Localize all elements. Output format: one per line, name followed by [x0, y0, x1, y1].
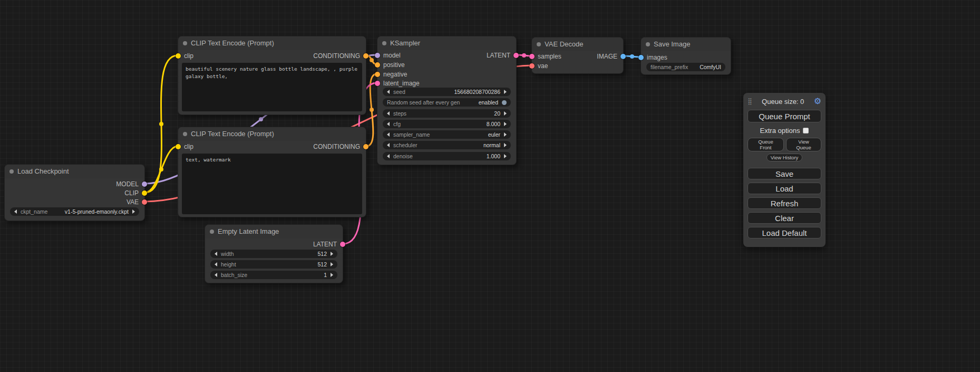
node-title-bar[interactable]: VAE Decode: [532, 37, 623, 51]
node-title-bar[interactable]: Save Image: [641, 37, 731, 51]
height-widget[interactable]: height 512: [210, 260, 337, 269]
collapse-toggle-icon[interactable]: [646, 42, 650, 46]
prev-value-icon[interactable]: [14, 209, 17, 214]
input-port-latent-image[interactable]: latent_image: [375, 80, 420, 87]
steps-widget[interactable]: steps 20: [383, 109, 511, 118]
input-port-samples[interactable]: samples: [529, 53, 561, 60]
drag-handle-icon[interactable]: ⣿: [748, 98, 752, 104]
output-port-model[interactable]: MODEL: [116, 180, 147, 188]
next-value-icon[interactable]: [132, 209, 135, 214]
output-port-clip[interactable]: CLIP: [124, 189, 147, 197]
vae-slot-icon[interactable]: [529, 63, 535, 69]
model-slot-icon[interactable]: [142, 182, 147, 187]
increment-icon[interactable]: [331, 262, 333, 266]
collapse-toggle-icon[interactable]: [9, 169, 14, 174]
conditioning-slot-icon[interactable]: [375, 62, 380, 68]
collapse-toggle-icon[interactable]: [382, 41, 386, 45]
input-port-negative[interactable]: negative: [375, 71, 407, 78]
queue-front-button[interactable]: Queue Front: [748, 138, 784, 151]
latent-slot-icon[interactable]: [513, 53, 519, 58]
increment-icon[interactable]: [331, 273, 333, 277]
batch-size-widget[interactable]: batch_size 1: [210, 271, 337, 279]
input-port-clip[interactable]: clip: [176, 52, 193, 60]
node-title-bar[interactable]: KSampler: [377, 36, 516, 50]
node-clip-text-encode-positive[interactable]: CLIP Text Encode (Prompt) clip CONDITION…: [178, 36, 366, 115]
output-port-conditioning[interactable]: CONDITIONING: [313, 52, 368, 60]
toggle-on-icon[interactable]: [502, 100, 507, 105]
input-port-positive[interactable]: positive: [375, 61, 405, 69]
conditioning-slot-icon[interactable]: [363, 53, 368, 59]
increment-icon[interactable]: [331, 252, 333, 256]
prev-value-icon[interactable]: [387, 143, 390, 147]
conditioning-slot-icon[interactable]: [363, 144, 368, 149]
clip-slot-icon[interactable]: [176, 144, 181, 149]
view-history-button[interactable]: View History: [766, 154, 803, 161]
decrement-icon[interactable]: [387, 111, 390, 116]
decrement-icon[interactable]: [387, 90, 390, 94]
increment-icon[interactable]: [504, 154, 507, 158]
model-slot-icon[interactable]: [375, 53, 380, 58]
collapse-toggle-icon[interactable]: [183, 41, 187, 45]
comfy-menu[interactable]: ⣿ Queue size: 0 ⚙ Queue Prompt Extra opt…: [743, 93, 826, 247]
increment-icon[interactable]: [504, 90, 507, 94]
clip-slot-icon[interactable]: [142, 190, 147, 196]
refresh-button[interactable]: Refresh: [748, 197, 821, 209]
extra-options-checkbox[interactable]: [803, 128, 809, 133]
node-ksampler[interactable]: KSampler model positive negative latent_…: [377, 36, 517, 165]
image-slot-icon[interactable]: [638, 55, 644, 60]
denoise-widget[interactable]: denoise 1.000: [383, 152, 511, 160]
latent-slot-icon[interactable]: [529, 54, 535, 59]
next-value-icon[interactable]: [504, 143, 507, 147]
queue-prompt-button[interactable]: Queue Prompt: [748, 110, 821, 122]
cfg-widget[interactable]: cfg 8.000: [383, 120, 511, 128]
settings-gear-icon[interactable]: ⚙: [814, 97, 821, 106]
node-empty-latent-image[interactable]: Empty Latent Image LATENT width 512 heig…: [205, 224, 343, 283]
clear-button[interactable]: Clear: [748, 212, 821, 224]
increment-icon[interactable]: [504, 122, 507, 126]
output-port-conditioning[interactable]: CONDITIONING: [313, 143, 368, 150]
node-title-bar[interactable]: Empty Latent Image: [205, 225, 343, 239]
output-port-vae[interactable]: VAE: [127, 198, 147, 206]
vae-slot-icon[interactable]: [142, 199, 147, 205]
input-port-vae[interactable]: vae: [529, 62, 548, 70]
collapse-toggle-icon[interactable]: [183, 132, 187, 136]
input-port-model[interactable]: model: [375, 52, 401, 59]
node-vae-decode[interactable]: VAE Decode samples vae IMAGE: [531, 37, 624, 74]
decrement-icon[interactable]: [215, 262, 217, 266]
input-port-images[interactable]: images: [638, 54, 667, 61]
node-save-image[interactable]: Save Image images filename_prefix ComfyU…: [641, 37, 731, 75]
filename-prefix-widget[interactable]: filename_prefix ComfyUI: [646, 63, 725, 71]
collapse-toggle-icon[interactable]: [537, 42, 541, 46]
image-slot-icon[interactable]: [620, 54, 626, 59]
save-button[interactable]: Save: [748, 168, 821, 179]
output-port-latent[interactable]: LATENT: [313, 241, 345, 248]
decrement-icon[interactable]: [387, 122, 390, 126]
clip-slot-icon[interactable]: [176, 53, 181, 59]
conditioning-slot-icon[interactable]: [375, 72, 380, 77]
output-port-latent[interactable]: LATENT: [487, 52, 519, 59]
output-port-image[interactable]: IMAGE: [597, 53, 626, 60]
load-default-button[interactable]: Load Default: [748, 227, 821, 239]
node-load-checkpoint[interactable]: Load Checkpoint MODEL CLIP VAE ckpt_name…: [4, 164, 145, 221]
load-button[interactable]: Load: [748, 183, 821, 194]
prev-value-icon[interactable]: [387, 132, 390, 137]
view-queue-button[interactable]: View Queue: [786, 138, 821, 151]
negative-prompt-textarea[interactable]: text, watermark: [182, 154, 362, 214]
decrement-icon[interactable]: [215, 273, 217, 277]
collapse-toggle-icon[interactable]: [210, 230, 214, 234]
seed-widget[interactable]: seed 156680208700286: [383, 88, 511, 96]
next-value-icon[interactable]: [504, 132, 507, 137]
width-widget[interactable]: width 512: [210, 250, 337, 258]
random-seed-toggle[interactable]: Random seed after every gen enabled: [383, 98, 511, 107]
decrement-icon[interactable]: [215, 252, 217, 256]
latent-slot-icon[interactable]: [375, 81, 380, 86]
node-canvas[interactable]: Load Checkpoint MODEL CLIP VAE ckpt_name…: [0, 0, 980, 372]
sampler-name-widget[interactable]: sampler_name euler: [383, 130, 511, 139]
node-clip-text-encode-negative[interactable]: CLIP Text Encode (Prompt) clip CONDITION…: [178, 127, 366, 217]
scheduler-widget[interactable]: scheduler normal: [383, 141, 511, 149]
positive-prompt-textarea[interactable]: beautiful scenery nature glass bottle la…: [182, 63, 362, 111]
node-title-bar[interactable]: CLIP Text Encode (Prompt): [178, 36, 366, 50]
ckpt-name-widget[interactable]: ckpt_name v1-5-pruned-emaonly.ckpt: [10, 207, 139, 216]
node-title-bar[interactable]: Load Checkpoint: [5, 165, 144, 178]
decrement-icon[interactable]: [387, 154, 390, 158]
